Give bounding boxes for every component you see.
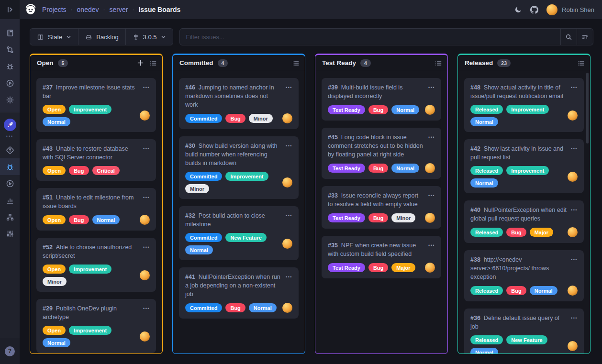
code-icon: [6, 146, 14, 154]
top-navbar: Projects · onedev · server · Issue Board…: [0, 0, 602, 19]
breadcrumb-projects[interactable]: Projects: [42, 6, 67, 13]
issue-menu-button[interactable]: •••: [428, 191, 435, 198]
assignee-avatar[interactable]: [425, 163, 435, 173]
column-body: #48Show actual activity in title of issu…: [458, 71, 590, 353]
issue-card[interactable]: #42Show last activity in issue and pull …: [464, 139, 584, 193]
assignee-avatar[interactable]: [568, 172, 578, 182]
column-menu-icon: [149, 59, 157, 67]
column-menu-icon: [435, 59, 442, 67]
issue-menu-button[interactable]: •••: [428, 241, 435, 248]
issue-menu-button[interactable]: •••: [428, 83, 435, 90]
sidebar-item-builds[interactable]: [0, 75, 20, 91]
issue-card[interactable]: #30Show build version along with build n…: [179, 136, 299, 199]
breadcrumb-onedev[interactable]: onedev: [77, 6, 99, 13]
issue-card[interactable]: #32Post-build action to close milestone …: [179, 206, 299, 260]
column-scrollbar-thumb[interactable]: [586, 73, 589, 143]
issue-menu-button[interactable]: •••: [143, 144, 150, 151]
sidebar-item-project-code[interactable]: [0, 142, 20, 158]
issue-menu-button[interactable]: •••: [571, 255, 578, 262]
issue-card[interactable]: #43Unable to restore database with SQLSe…: [36, 139, 156, 181]
issue-menu-button[interactable]: •••: [571, 83, 578, 90]
assignee-avatar[interactable]: [568, 110, 578, 121]
column-header: Open 5: [30, 55, 162, 71]
sidebar-item-project-issues[interactable]: [0, 158, 20, 175]
issue-card[interactable]: #52Able to choose unauthorized script/se…: [36, 238, 156, 292]
issue-number: #51: [43, 194, 53, 201]
project-more-button[interactable]: •••: [0, 133, 20, 142]
issue-card[interactable]: #51Unable to edit milestone from issue b…: [36, 188, 156, 231]
issue-labels: OpenBugCritical: [43, 166, 150, 175]
backlog-button[interactable]: Backlog: [78, 29, 125, 45]
sidebar-item-project-stats[interactable]: [0, 192, 20, 209]
issue-menu-button[interactable]: •••: [143, 193, 150, 200]
issue-menu-button[interactable]: •••: [428, 133, 435, 140]
assignee-avatar[interactable]: [425, 105, 435, 115]
issue-card[interactable]: #33Issue reconcile always report to reso…: [322, 186, 441, 229]
project-avatar[interactable]: [0, 116, 20, 133]
sidebar-item-project-builds[interactable]: [0, 175, 20, 192]
breadcrumb-server[interactable]: server: [110, 6, 128, 13]
column-menu-button[interactable]: [577, 59, 585, 67]
assignee-avatar[interactable]: [425, 263, 435, 273]
issue-card[interactable]: #40NullPointerException when edit global…: [464, 200, 584, 243]
column-title: Open: [37, 59, 54, 66]
issue-menu-button[interactable]: •••: [286, 83, 292, 90]
issue-menu-button[interactable]: •••: [571, 144, 578, 151]
assignee-avatar[interactable]: [282, 239, 292, 249]
user-avatar[interactable]: [546, 4, 557, 15]
issue-number: #33: [328, 192, 338, 199]
issue-menu-button[interactable]: •••: [143, 243, 150, 250]
sidebar-item-administration[interactable]: [0, 91, 20, 108]
issue-menu-button[interactable]: •••: [571, 314, 578, 320]
issue-card[interactable]: #37Improve milestone issue stats bar •••…: [36, 78, 156, 132]
sidebar-item-project-hierarchy[interactable]: [0, 209, 20, 225]
issue-card[interactable]: #36Define default issue query of job •••…: [464, 309, 584, 353]
issue-card[interactable]: #48Show actual activity in title of issu…: [464, 78, 584, 132]
assignee-avatar[interactable]: [568, 341, 578, 351]
assignee-avatar[interactable]: [568, 286, 578, 296]
issue-menu-button[interactable]: •••: [571, 206, 578, 212]
sidebar-item-issues[interactable]: [0, 58, 20, 75]
issue-card[interactable]: #35NPE when create new issue with custom…: [322, 236, 441, 278]
issue-card[interactable]: #39Multi-build issue field is displayed …: [322, 78, 441, 121]
milestone-select-button[interactable]: 3.0.5: [126, 29, 173, 45]
help-button[interactable]: ?: [5, 346, 15, 356]
add-issue-button[interactable]: [137, 59, 144, 66]
github-link[interactable]: [530, 6, 538, 14]
issue-menu-button[interactable]: •••: [143, 304, 150, 311]
assignee-avatar[interactable]: [140, 110, 150, 121]
sidebar-item-projects[interactable]: [0, 24, 20, 41]
issue-card[interactable]: #29Publish OneDev plugin archetype ••• O…: [36, 299, 156, 353]
issue-menu-button[interactable]: •••: [286, 142, 292, 148]
user-name[interactable]: Robin Shen: [562, 6, 594, 13]
column-menu-button[interactable]: [149, 59, 157, 67]
sort-button[interactable]: [577, 29, 593, 45]
issue-card[interactable]: #46Jumping to named anchor in markdown s…: [179, 78, 299, 129]
issue-menu-button[interactable]: •••: [143, 83, 150, 90]
search-button[interactable]: [560, 29, 577, 45]
board-select-button[interactable]: State: [30, 29, 78, 45]
sidebar-expand-button[interactable]: [0, 0, 20, 19]
filter-issues-input[interactable]: [180, 29, 560, 45]
issue-card[interactable]: #38http://<onedev server>:6610/projects/…: [464, 250, 584, 301]
issue-menu-button[interactable]: •••: [286, 211, 292, 218]
assignee-avatar[interactable]: [140, 331, 150, 342]
issue-menu-button[interactable]: •••: [286, 273, 292, 279]
issue-card[interactable]: #45Long code block in issue comment stre…: [322, 128, 441, 179]
assignee-avatar[interactable]: [140, 270, 150, 280]
assignee-avatar[interactable]: [568, 227, 578, 237]
column-menu-button[interactable]: [435, 59, 442, 67]
assignee-avatar[interactable]: [282, 177, 292, 188]
sidebar-item-pull-requests[interactable]: [0, 41, 20, 58]
plus-icon: [137, 59, 144, 66]
assignee-avatar[interactable]: [140, 215, 150, 225]
dark-mode-toggle[interactable]: [514, 6, 522, 13]
sidebar-item-project-settings[interactable]: [0, 225, 20, 242]
assignee-avatar[interactable]: [425, 213, 435, 223]
issue-label: Normal: [249, 303, 277, 312]
issue-card[interactable]: #41NullPointerException when run a job d…: [179, 267, 299, 319]
column-menu-button[interactable]: [292, 59, 300, 67]
assignee-avatar[interactable]: [282, 113, 292, 123]
column-title: Committed: [179, 59, 213, 66]
assignee-avatar[interactable]: [282, 303, 292, 313]
